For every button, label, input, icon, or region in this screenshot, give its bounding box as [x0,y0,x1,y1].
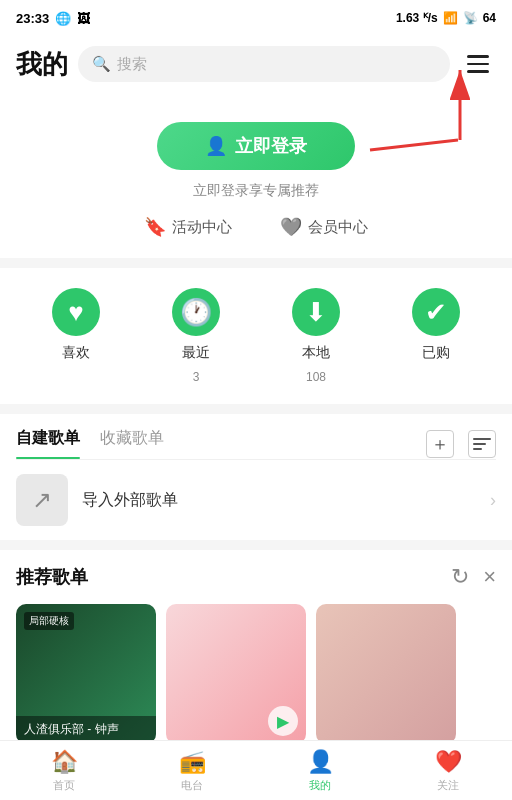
heart-icon: ♥ [52,288,100,336]
tab-collected-playlist[interactable]: 收藏歌单 [100,428,164,459]
playlist-item-1[interactable]: 局部硬核 人渣俱乐部 - 钟声 [16,604,156,744]
refresh-button[interactable]: ↻ [451,564,469,590]
import-label: 导入外部歌单 [82,490,476,511]
search-bar[interactable]: 🔍 搜索 [78,46,450,82]
playlist-row: 局部硬核 人渣俱乐部 - 钟声 ▶ [16,604,496,744]
tab-my-playlist[interactable]: 自建歌单 [16,428,80,459]
network-speed: 1.63 ᴷ/s [396,11,438,25]
search-icon: 🔍 [92,55,111,73]
activity-center-link[interactable]: 🔖 活动中心 [144,216,232,238]
chevron-right-icon: › [490,490,496,511]
close-button[interactable]: × [483,564,496,590]
local-count: 108 [306,370,326,384]
login-button[interactable]: 👤 立即登录 [157,122,355,170]
quick-recent[interactable]: 🕐 最近 3 [172,288,220,384]
like-label: 喜欢 [62,344,90,362]
status-bar: 23:33 🌐 🖼 1.63 ᴷ/s 📶 📡 64 [0,0,512,36]
rec-header: 推荐歌单 ↻ × [16,564,496,590]
download-icon: ⬇ [292,288,340,336]
nav-follow[interactable]: ❤️ 关注 [384,741,512,800]
nav-follow-label: 关注 [437,778,459,793]
local-label: 本地 [302,344,330,362]
import-icon: ↗ [16,474,68,526]
header: 我的 🔍 搜索 [0,36,512,94]
main-content: 👤 立即登录 立即登录享专属推荐 🔖 活动中心 🩶 会员中心 ♥ 喜欢 🕐 最近… [0,94,512,798]
battery-level: 64 [483,11,496,25]
recent-label: 最近 [182,344,210,362]
wifi-icon: 📡 [463,11,478,25]
add-playlist-button[interactable]: ＋ [426,430,454,458]
page-title: 我的 [16,47,68,82]
nav-home-label: 首页 [53,778,75,793]
member-center-link[interactable]: 🩶 会员中心 [280,216,368,238]
playlist-actions: ＋ [426,430,496,458]
home-icon: 🏠 [51,749,78,775]
recent-count: 3 [193,370,200,384]
rec-actions: ↻ × [451,564,496,590]
bookmark-icon: 🔖 [144,216,166,238]
menu-button[interactable] [460,46,496,82]
nav-radio-label: 电台 [181,778,203,793]
purchased-label: 已购 [422,344,450,362]
status-time: 23:33 [16,11,49,26]
bottom-nav: 🏠 首页 📻 电台 👤 我的 ❤️ 关注 [0,740,512,800]
clock-icon: 🕐 [172,288,220,336]
play-icon: ▶ [268,706,298,736]
nav-mine[interactable]: 👤 我的 [256,741,384,800]
playlist-section-header: 自建歌单 收藏歌单 ＋ [0,414,512,459]
globe-icon: 🌐 [55,11,71,26]
radio-icon: 📻 [179,749,206,775]
login-button-label: 立即登录 [235,134,307,158]
playlist-thumb-2: ▶ [166,604,306,744]
heart-outline-icon: 🩶 [280,216,302,238]
follow-icon: ❤️ [435,749,462,775]
nav-home[interactable]: 🏠 首页 [0,741,128,800]
member-center-label: 会员中心 [308,218,368,237]
status-right: 1.63 ᴷ/s 📶 📡 64 [396,11,496,25]
playlist-thumb-badge: 局部硬核 [24,612,74,630]
screenshot-icon: 🖼 [77,11,90,26]
quick-local[interactable]: ⬇ 本地 108 [292,288,340,384]
recommended-section: 推荐歌单 ↻ × 局部硬核 人渣俱乐部 - 钟声 ▶ [0,550,512,758]
check-icon: ✔ [412,288,460,336]
quick-actions: ♥ 喜欢 🕐 最近 3 ⬇ 本地 108 ✔ 已购 [0,268,512,404]
login-section: 👤 立即登录 立即登录享专属推荐 🔖 活动中心 🩶 会员中心 [0,94,512,258]
quick-purchased[interactable]: ✔ 已购 [412,288,460,384]
signal-icon: 📶 [443,11,458,25]
user-icon: 👤 [205,135,227,157]
sort-playlist-button[interactable] [468,430,496,458]
playlist-thumb-3 [316,604,456,744]
playlist-thumb-1: 局部硬核 人渣俱乐部 - 钟声 [16,604,156,744]
status-left: 23:33 🌐 🖼 [16,11,90,26]
import-row: ↗ 导入外部歌单 › [0,459,512,540]
mine-icon: 👤 [307,749,334,775]
rec-title: 推荐歌单 [16,565,451,589]
nav-mine-label: 我的 [309,778,331,793]
login-subtitle: 立即登录享专属推荐 [193,182,319,200]
playlist-item-3[interactable] [316,604,456,744]
menu-lines-icon [467,55,489,73]
login-links: 🔖 活动中心 🩶 会员中心 [144,216,368,238]
sort-icon [473,438,491,450]
activity-center-label: 活动中心 [172,218,232,237]
nav-radio[interactable]: 📻 电台 [128,741,256,800]
playlist-item-2[interactable]: ▶ [166,604,306,744]
search-placeholder: 搜索 [117,55,147,74]
quick-like[interactable]: ♥ 喜欢 [52,288,100,384]
import-playlist-item[interactable]: ↗ 导入外部歌单 › [16,459,496,540]
